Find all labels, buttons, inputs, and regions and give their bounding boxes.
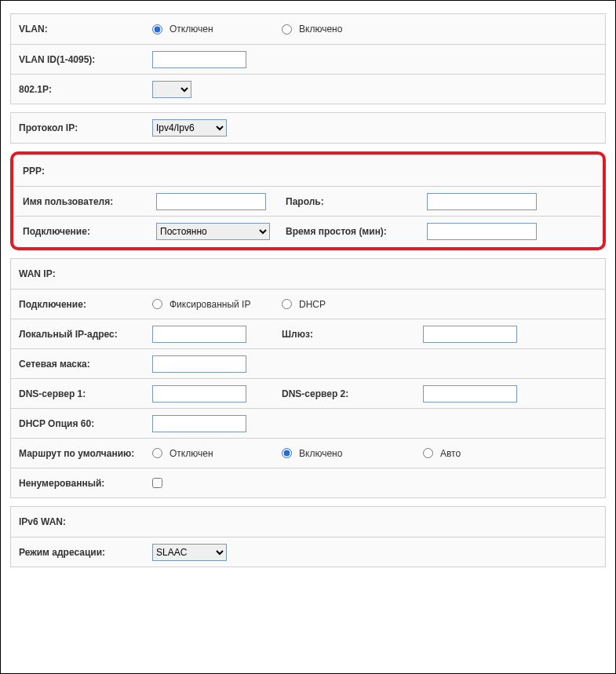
wan-unnum-label: Ненумерованный: — [11, 473, 144, 494]
wan-localip-input[interactable] — [152, 326, 246, 343]
wan-gateway-input[interactable] — [423, 326, 517, 343]
protocol-label: Протокол IP: — [11, 118, 144, 138]
ppp-label: PPP: — [15, 161, 148, 181]
wan-unnum-checkbox[interactable] — [152, 478, 162, 488]
ipv6-panel: IPv6 WAN: Режим адресации: SLAAC — [10, 506, 606, 567]
ipv6-label: IPv6 WAN: — [11, 512, 144, 532]
ppp-conn-select[interactable]: Постоянно — [156, 223, 270, 240]
ppp-panel: PPP: Имя пользователя: Пароль: Подключен… — [10, 151, 606, 250]
ipv6-addr-label: Режим адресации: — [11, 542, 144, 563]
ppp-pass-label: Пароль: — [278, 191, 419, 212]
wan-mask-label: Сетевая маска: — [11, 354, 144, 374]
wan-conn-label: Подключение: — [11, 294, 144, 315]
wan-route-off-text: Отключен — [169, 448, 213, 459]
wan-route-on-text: Включено — [299, 448, 342, 459]
wan-route-auto-radio[interactable]: Авто — [423, 448, 461, 459]
protocol-select[interactable]: Ipv4/Ipv6 — [152, 119, 227, 137]
vlan-off-radio[interactable]: Отключен — [152, 24, 213, 35]
vlan-on-text: Включено — [299, 24, 342, 35]
ppp-user-label: Имя пользователя: — [15, 191, 148, 212]
wan-fixed-text: Фиксированный IP — [169, 299, 250, 310]
wan-localip-label: Локальный IP-адрес: — [11, 324, 144, 344]
vlan-on-input[interactable] — [282, 24, 292, 35]
wan-route-on-radio[interactable]: Включено — [282, 448, 342, 459]
wan-route-on-input[interactable] — [282, 448, 292, 458]
wan-dns1-label: DNS-сервер 1: — [11, 384, 144, 404]
wan-dns2-label: DNS-сервер 2: — [274, 384, 415, 404]
vlan-id-label: VLAN ID(1-4095): — [11, 49, 144, 70]
wan-mask-input[interactable] — [152, 355, 246, 373]
wan-fixed-input[interactable] — [152, 299, 162, 309]
wan-route-label: Маршрут по умолчанию: — [11, 443, 144, 464]
wan-panel: WAN IP: Подключение: Фиксированный IP DH… — [10, 258, 606, 498]
wan-dhcp60-input[interactable] — [152, 415, 246, 432]
wan-dns1-input[interactable] — [152, 385, 246, 403]
ppp-user-input[interactable] — [156, 193, 266, 210]
vlan-8021p-label: 802.1P: — [11, 79, 144, 100]
vlan-8021p-select[interactable] — [152, 81, 191, 98]
vlan-off-text: Отключен — [169, 24, 213, 35]
vlan-off-input[interactable] — [152, 24, 162, 35]
wan-route-off-radio[interactable]: Отключен — [152, 448, 213, 459]
wan-route-off-input[interactable] — [152, 448, 162, 458]
ipv6-addr-select[interactable]: SLAAC — [152, 544, 227, 561]
wan-dns2-input[interactable] — [423, 385, 517, 403]
ppp-idle-input[interactable] — [427, 223, 537, 240]
vlan-label: VLAN: — [11, 19, 144, 39]
ppp-idle-label: Время простоя (мин): — [278, 221, 419, 242]
wan-dhcp-input[interactable] — [282, 299, 292, 309]
vlan-id-input[interactable] — [152, 51, 246, 68]
wan-dhcp-text: DHCP — [299, 299, 326, 310]
wan-label: WAN IP: — [11, 264, 144, 284]
wan-gateway-label: Шлюз: — [274, 324, 415, 344]
ppp-conn-label: Подключение: — [15, 221, 148, 242]
wan-dhcp-radio[interactable]: DHCP — [282, 299, 326, 310]
vlan-on-radio[interactable]: Включено — [282, 24, 342, 35]
wan-route-auto-input[interactable] — [423, 448, 433, 458]
protocol-panel: Протокол IP: Ipv4/Ipv6 — [10, 112, 606, 144]
wan-dhcp60-label: DHCP Опция 60: — [11, 414, 144, 434]
vlan-panel: VLAN: Отключен Включено VLAN ID(1-4095): — [10, 13, 606, 104]
wan-fixed-radio[interactable]: Фиксированный IP — [152, 299, 250, 310]
ppp-pass-input[interactable] — [427, 193, 537, 210]
wan-route-auto-text: Авто — [440, 448, 461, 459]
